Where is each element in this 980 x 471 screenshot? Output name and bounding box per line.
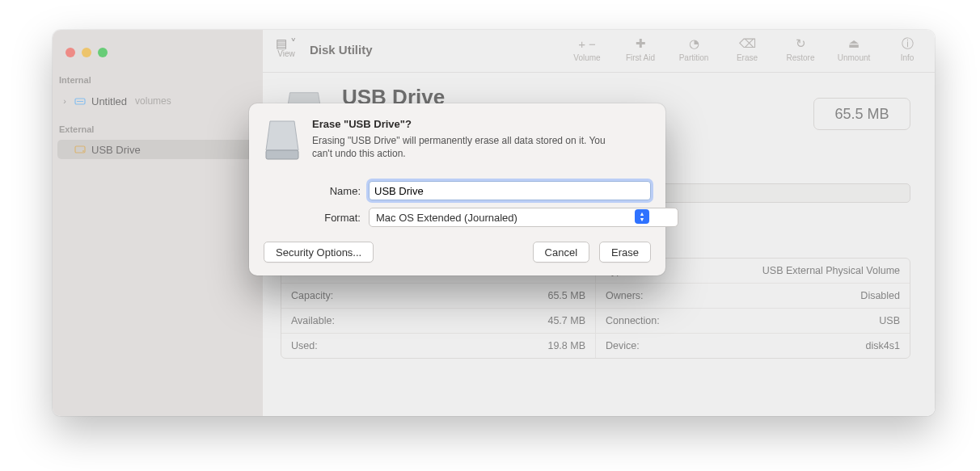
format-select[interactable]: Mac OS Extended (Journaled) [369, 208, 678, 227]
cancel-button[interactable]: Cancel [533, 242, 589, 263]
toolbar-actions: + −Volume ✚First Aid ◔Partition ⌫Erase ↻… [568, 36, 927, 62]
sidebar-item-untitled[interactable]: › Untitled volumes [57, 91, 255, 111]
view-label: View [274, 49, 298, 58]
svg-point-3 [82, 150, 84, 152]
toolbar-unmount-button[interactable]: ⏏Unmount [834, 36, 873, 62]
erase-dialog-title: Erase "USB Drive"? [312, 118, 611, 130]
sidebar-item-usb-drive[interactable]: USB Drive [57, 140, 255, 159]
info-cell: Used:19.8 MB [281, 334, 595, 358]
app-title: Disk Utility [310, 43, 373, 57]
drive-size-badge: 65.5 MB [813, 98, 910, 130]
info-cell: Owners:Disabled [595, 284, 910, 308]
info-cell: Connection:USB [595, 309, 910, 333]
info-cell: Capacity:65.5 MB [281, 284, 595, 308]
erase-dialog-drive-icon [264, 118, 301, 163]
plus-minus-icon: + − [578, 36, 596, 51]
info-cell: Available:45.7 MB [281, 309, 595, 333]
sidebar-item-sublabel: volumes [135, 95, 171, 107]
container-disk-icon [74, 95, 87, 107]
erase-dialog-description: Erasing "USB Drive" will permanently era… [312, 134, 611, 160]
restore-icon: ↻ [796, 36, 806, 51]
minimize-window-button[interactable] [82, 48, 91, 57]
window-controls [65, 48, 108, 57]
sidebar: Internal › Untitled volumes External USB… [53, 30, 264, 416]
sidebar-section-external: External [59, 124, 94, 134]
eject-icon: ⏏ [848, 36, 860, 51]
table-row: Used:19.8 MB Device:disk4s1 [281, 333, 910, 358]
toolbar-partition-button[interactable]: ◔Partition [674, 36, 713, 62]
security-options-button[interactable]: Security Options... [264, 242, 374, 263]
toolbar-restore-button[interactable]: ↻Restore [781, 36, 820, 62]
table-row: Available:45.7 MB Connection:USB [281, 308, 910, 333]
firstaid-icon: ✚ [636, 36, 646, 51]
sidebar-item-label: Untitled [91, 95, 127, 107]
sidebar-item-label: USB Drive [91, 144, 141, 156]
zoom-window-button[interactable] [98, 48, 108, 57]
info-cell: Device:disk4s1 [595, 334, 910, 358]
toolbar-erase-button[interactable]: ⌫Erase [728, 36, 767, 62]
svg-rect-5 [266, 150, 298, 159]
close-window-button[interactable] [65, 48, 75, 57]
external-disk-icon [74, 143, 87, 156]
view-menu-button[interactable]: ▤ ˅ View [274, 38, 298, 58]
format-label: Format: [264, 212, 369, 224]
toolbar-volume-button[interactable]: + −Volume [568, 36, 606, 62]
erase-dialog-form: Name: Format: Mac OS Extended (Journaled… [264, 181, 651, 227]
select-arrows-icon: ▲▼ [635, 209, 649, 224]
name-label: Name: [264, 185, 369, 197]
toolbar: ▤ ˅ View Disk Utility + −Volume ✚First A… [263, 30, 935, 73]
erase-icon: ⌫ [739, 36, 756, 51]
disclosure-chevron-icon[interactable]: › [61, 96, 69, 106]
erase-dialog: Erase "USB Drive"? Erasing "USB Drive" w… [249, 103, 665, 275]
sidebar-toggle-icon: ▤ ˅ [274, 38, 298, 49]
toolbar-firstaid-button[interactable]: ✚First Aid [621, 36, 660, 62]
sidebar-section-internal: Internal [59, 75, 91, 85]
toolbar-info-button[interactable]: ⓘInfo [888, 36, 927, 62]
erase-button[interactable]: Erase [599, 242, 651, 263]
table-row: Capacity:65.5 MB Owners:Disabled [281, 283, 910, 308]
partition-icon: ◔ [689, 36, 699, 51]
name-input[interactable] [369, 181, 651, 200]
info-icon: ⓘ [902, 36, 914, 51]
